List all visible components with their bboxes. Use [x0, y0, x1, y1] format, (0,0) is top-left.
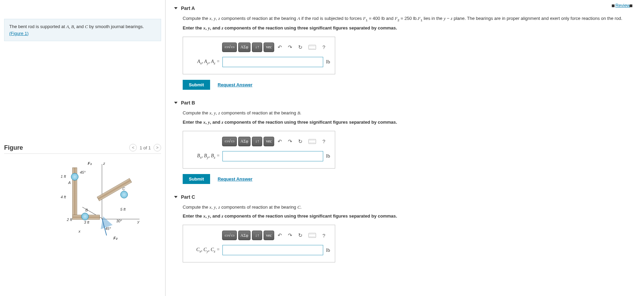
part-title: Part C — [181, 194, 195, 200]
caret-down-icon — [174, 102, 178, 104]
submit-button[interactable]: Submit — [183, 174, 210, 184]
help-button[interactable]: ? — [319, 231, 328, 240]
caret-down-icon — [174, 7, 178, 9]
templates-button[interactable]: ▭√▭ — [222, 231, 237, 240]
dim-1ft: 1 ft — [61, 174, 66, 178]
answer-input[interactable] — [222, 245, 323, 255]
axis-x-label: x — [78, 229, 81, 233]
enter-instruction: Enter the x, y, and z components of the … — [183, 213, 635, 220]
keyboard-icon — [308, 233, 316, 238]
bearing-b — [81, 213, 89, 220]
keyboard-button[interactable] — [306, 137, 318, 146]
axis-y-label: y — [137, 220, 139, 224]
figure-diagram: A B C F₁ F₂ z y x 45° 30° 45° 1 ft 4 ft … — [21, 161, 144, 250]
figure-viewport[interactable]: A B C F₁ F₂ z y x 45° 30° 45° 1 ft 4 ft … — [4, 158, 161, 261]
equation-toolbar: ▭√▭ΑΣφ↓↑vec↶↷↻? — [222, 137, 330, 146]
keyboard-button[interactable] — [306, 42, 318, 52]
answer-input[interactable] — [222, 57, 323, 67]
answer-box: ▭√▭ΑΣφ↓↑vec↶↷↻?Ax, Ay, Az =lb — [183, 37, 335, 74]
figure-title: Figure — [4, 144, 23, 151]
caret-down-icon — [174, 196, 178, 198]
subsup-button[interactable]: ↓↑ — [252, 42, 262, 52]
enter-instruction: Enter the x, y, and z components of the … — [183, 119, 635, 126]
part-body: Compute the x, y, z components of reacti… — [174, 107, 635, 191]
greek-button[interactable]: ΑΣφ — [238, 42, 251, 52]
part-title: Part A — [181, 5, 195, 11]
angle-45: 45° — [80, 170, 86, 174]
subsup-button[interactable]: ↓↑ — [252, 137, 262, 146]
dim-3ft: 3 ft — [84, 220, 89, 224]
part-header[interactable]: Part A — [174, 0, 635, 12]
figure-next-button[interactable]: > — [154, 144, 161, 151]
vec-button[interactable]: vec — [264, 137, 274, 146]
part-body: Compute the x, y, z components of reacti… — [174, 201, 635, 270]
answer-unit: lb — [326, 247, 330, 253]
action-row: SubmitRequest Answer — [183, 80, 635, 90]
answer-row: Bx, By, Bz =lb — [188, 151, 330, 161]
problem-statement: The bent rod is supported at A, B, and C… — [4, 19, 161, 41]
part-prompt: Compute the x, y, z components of reacti… — [183, 15, 635, 23]
reset-button[interactable]: ↻ — [296, 231, 305, 240]
vec-button[interactable]: vec — [264, 42, 274, 52]
angle-30: 30° — [116, 219, 122, 223]
answer-box: ▭√▭ΑΣφ↓↑vec↶↷↻?Cx, Cy, Cz =lb — [183, 225, 335, 262]
templates-button[interactable]: ▭√▭ — [222, 42, 237, 52]
undo-button[interactable]: ↶ — [276, 231, 284, 240]
help-button[interactable]: ? — [319, 137, 328, 146]
answer-input[interactable] — [222, 151, 323, 161]
left-panel: The bent rod is supported at A, B, and C… — [0, 0, 166, 296]
label-c: C — [122, 187, 125, 191]
reset-button[interactable]: ↻ — [296, 42, 305, 52]
undo-button[interactable]: ↶ — [276, 137, 284, 146]
equation-toolbar: ▭√▭ΑΣφ↓↑vec↶↷↻? — [222, 42, 330, 52]
redo-button[interactable]: ↷ — [286, 231, 295, 240]
keyboard-button[interactable] — [306, 231, 318, 240]
label-a: A — [68, 181, 71, 185]
part-a: Part ACompute the x, y, z components of … — [174, 0, 635, 97]
label-f1: F₁ — [88, 161, 92, 166]
answer-box: ▭√▭ΑΣφ↓↑vec↶↷↻?Bx, By, Bz =lb — [183, 131, 335, 169]
axis-z-label: z — [103, 161, 105, 165]
part-body: Compute the x, y, z components of reacti… — [174, 12, 635, 97]
bearing-a — [71, 173, 78, 181]
request-answer-link[interactable]: Request Answer — [218, 82, 252, 87]
help-button[interactable]: ? — [319, 42, 328, 52]
keyboard-icon — [308, 139, 316, 144]
submit-button[interactable]: Submit — [183, 80, 210, 90]
enter-instruction: Enter the x, y, and z components of the … — [183, 25, 635, 32]
part-b: Part BCompute the x, y, z components of … — [174, 97, 635, 191]
subsup-button[interactable]: ↓↑ — [252, 231, 262, 240]
part-prompt: Compute the x, y, z components of reacti… — [183, 110, 635, 117]
answer-label: Cx, Cy, Cz = — [188, 247, 220, 253]
part-header[interactable]: Part C — [174, 191, 635, 201]
answer-unit: lb — [326, 59, 330, 65]
vec-button[interactable]: vec — [264, 231, 274, 240]
label-b: B — [85, 208, 88, 212]
answer-row: Cx, Cy, Cz =lb — [188, 245, 330, 255]
undo-button[interactable]: ↶ — [276, 42, 284, 52]
keyboard-icon — [308, 45, 316, 50]
answer-label: Ax, Ay, Az = — [188, 59, 220, 65]
axis-z — [102, 164, 102, 219]
part-header[interactable]: Part B — [174, 97, 635, 107]
problem-text: The bent rod is supported at A, B, and C… — [9, 24, 144, 29]
redo-button[interactable]: ↷ — [286, 42, 295, 52]
figure-prev-button[interactable]: < — [129, 144, 137, 151]
request-answer-link[interactable]: Request Answer — [218, 176, 252, 182]
greek-button[interactable]: ΑΣφ — [238, 231, 251, 240]
redo-button[interactable]: ↷ — [286, 137, 295, 146]
dim-5ft: 5 ft — [120, 207, 125, 211]
review-link[interactable]: Review — [612, 3, 634, 8]
figure-page-count: 1 of 1 — [139, 145, 151, 150]
figure-link[interactable]: (Figure 1) — [9, 31, 28, 36]
reset-button[interactable]: ↻ — [296, 137, 305, 146]
part-prompt: Compute the x, y, z components of reacti… — [183, 204, 635, 211]
answer-row: Ax, Ay, Az =lb — [188, 57, 330, 67]
answer-label: Bx, By, Bz = — [188, 153, 220, 159]
part-title: Part B — [181, 100, 195, 106]
templates-button[interactable]: ▭√▭ — [222, 137, 237, 146]
angle-45b: 45° — [105, 226, 111, 231]
part-c: Part CCompute the x, y, z components of … — [174, 191, 635, 270]
greek-button[interactable]: ΑΣφ — [238, 137, 251, 146]
equation-toolbar: ▭√▭ΑΣφ↓↑vec↶↷↻? — [222, 231, 330, 240]
